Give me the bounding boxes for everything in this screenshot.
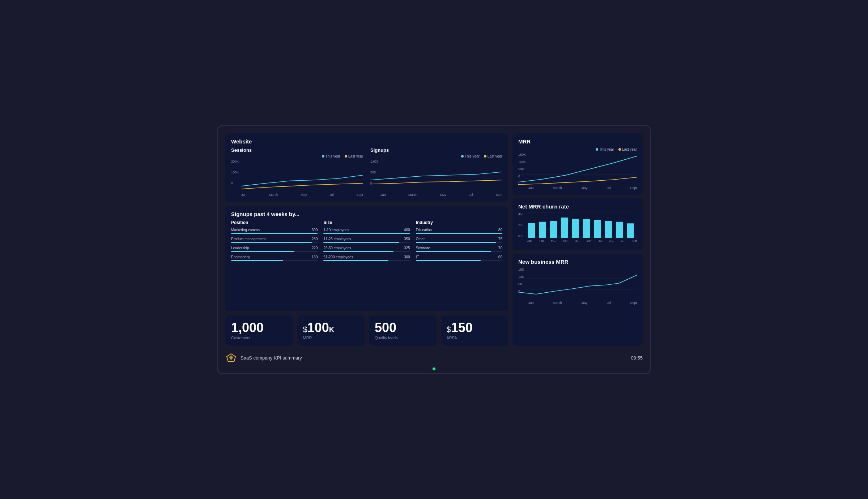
position-title: Position	[231, 220, 318, 225]
industry-row-1: Other 75	[416, 237, 502, 243]
arpa-label: ARPA	[447, 336, 503, 340]
sessions-chart-section: Sessions This year Last year	[231, 147, 363, 197]
svg-rect-19	[594, 220, 601, 238]
industry-row-2: Software 70	[416, 246, 502, 252]
industry-row-3: IT 60	[416, 255, 502, 261]
mrr-x-labels: Jan March May Jul Sept	[518, 186, 637, 190]
right-panel: MRR This year Last year 150K 100K	[512, 133, 643, 346]
leads-label: Quality leads	[375, 336, 431, 340]
sessions-y-labels: 200K 100K 0	[231, 160, 239, 185]
dot-blue-sessions	[322, 155, 324, 158]
new-mrr-y-labels: 15K 10K 5K 0	[518, 268, 524, 293]
churn-x-labels: Jan Feb M... Apr M... Jun Jul A... S... …	[518, 239, 637, 242]
footer-bar: SaaS company KPI summary 09:55	[225, 350, 643, 366]
footer-left: SaaS company KPI summary	[225, 352, 302, 364]
logo-icon	[225, 352, 237, 364]
signups-chart-section: Signups This year Last year	[370, 147, 502, 197]
signups-chart-container: 1,000 500 0	[370, 160, 502, 192]
website-card: Website Sessions This year Last	[225, 133, 508, 202]
size-row-0: 1-10 employees 400	[323, 228, 410, 234]
mrr-legend: This year Last year	[518, 147, 637, 151]
sessions-legend: This year Last year	[231, 154, 363, 158]
signups-label: Signups	[370, 147, 502, 153]
size-row-1: 11-25 employees 350	[323, 237, 410, 243]
dot-blue-mrr	[596, 148, 598, 151]
size-row-3: 51-200 employees 300	[323, 255, 410, 261]
svg-rect-16	[561, 218, 568, 238]
sessions-legend-last-year: Last year	[345, 154, 363, 158]
churn-y-labels: 4% 2% 0%	[518, 212, 523, 238]
industry-row-0: Education 80	[416, 228, 502, 234]
new-mrr-title: New business MRR	[518, 259, 637, 265]
left-panel: Website Sessions This year Last	[225, 133, 508, 346]
svg-rect-15	[550, 221, 557, 238]
charts-row: Sessions This year Last year	[231, 147, 502, 197]
status-dot	[433, 367, 435, 370]
dot-blue-signups	[461, 155, 464, 158]
churn-chart-container: 4% 2% 0%	[518, 212, 637, 245]
position-row-1: Product management 280	[231, 237, 318, 243]
dot-yellow-sessions	[345, 155, 347, 158]
svg-rect-20	[605, 221, 612, 238]
new-mrr-chart-container: 15K 10K 5K 0	[518, 268, 637, 300]
new-mrr-x-labels: Jan March May Jul Sept	[518, 301, 637, 305]
website-title: Website	[231, 138, 502, 145]
mrr-label: MRR	[303, 336, 359, 340]
dot-yellow-mrr	[618, 148, 621, 151]
metric-arpa: $150 ARPA	[441, 315, 509, 346]
metric-customers: 1,000 Customers	[225, 315, 293, 346]
signups-content: Position Marketing comms 300 Product man…	[231, 220, 502, 264]
churn-svg	[518, 212, 637, 238]
footer-time: 09:55	[631, 355, 643, 361]
signups-legend-this-year: This year	[461, 154, 480, 158]
sessions-svg	[231, 160, 363, 192]
svg-rect-14	[539, 221, 546, 237]
sessions-legend-this-year: This year	[322, 154, 340, 158]
signups-past-title: Signups past 4 weeks by...	[231, 211, 502, 217]
new-mrr-card: New business MRR 15K 10K 5K 0	[512, 254, 643, 346]
svg-rect-22	[627, 223, 634, 238]
sessions-label: Sessions	[231, 147, 363, 153]
position-row-2: Leadership 220	[231, 246, 318, 252]
mrr-y-labels: 150K 100K 50K 0	[518, 153, 526, 178]
size-row-2: 26-50 employees 325	[323, 246, 410, 252]
customers-value: 1,000	[231, 321, 287, 334]
main-content: Website Sessions This year Last	[225, 133, 643, 346]
svg-rect-18	[583, 219, 590, 237]
leads-value: 500	[375, 321, 431, 334]
position-row-3: Engineering 180	[231, 255, 318, 261]
mrr-svg	[518, 153, 637, 185]
metric-mrr: $100K MRR	[297, 315, 365, 346]
signups-y-labels: 1,000 500 0	[370, 160, 379, 185]
svg-rect-17	[572, 219, 579, 238]
signups-legend-last-year: Last year	[484, 154, 502, 158]
signups-svg	[370, 160, 502, 192]
position-section: Position Marketing comms 300 Product man…	[231, 220, 318, 264]
svg-rect-21	[616, 221, 623, 237]
dashboard-screen: Website Sessions This year Last	[217, 125, 651, 374]
customers-label: Customers	[231, 336, 287, 340]
signups-legend: This year Last year	[370, 154, 502, 158]
mrr-chart-container: 150K 100K 50K 0	[518, 153, 637, 185]
industry-title: Industry	[416, 220, 502, 225]
svg-rect-13	[528, 223, 535, 238]
metrics-row: 1,000 Customers $100K MRR 500 Quality le…	[225, 315, 508, 346]
industry-section: Industry Education 80 Other 75	[416, 220, 502, 264]
arpa-value: $150	[447, 321, 503, 334]
mrr-value: $100K	[303, 321, 359, 334]
size-section: Size 1-10 employees 400 11-25 employees	[323, 220, 410, 264]
mrr-title: MRR	[518, 138, 637, 145]
signups-x-labels: Jan March May Jul Sept	[370, 193, 502, 197]
mrr-card: MRR This year Last year 150K 100K	[512, 133, 643, 195]
dot-yellow-signups	[484, 155, 486, 158]
signups-past-card: Signups past 4 weeks by... Position Mark…	[225, 206, 508, 311]
size-title: Size	[323, 220, 410, 225]
sessions-x-labels: Jan March May Jul Sept	[231, 193, 363, 197]
svg-marker-28	[229, 355, 233, 360]
metric-leads: 500 Quality leads	[369, 315, 437, 346]
app-title: SaaS company KPI summary	[241, 355, 302, 361]
sessions-chart-container: 200K 100K 0	[231, 160, 363, 192]
churn-card: Net MRR churn rate 4% 2% 0%	[512, 198, 643, 250]
position-row-0: Marketing comms 300	[231, 228, 318, 234]
churn-title: Net MRR churn rate	[518, 203, 637, 210]
